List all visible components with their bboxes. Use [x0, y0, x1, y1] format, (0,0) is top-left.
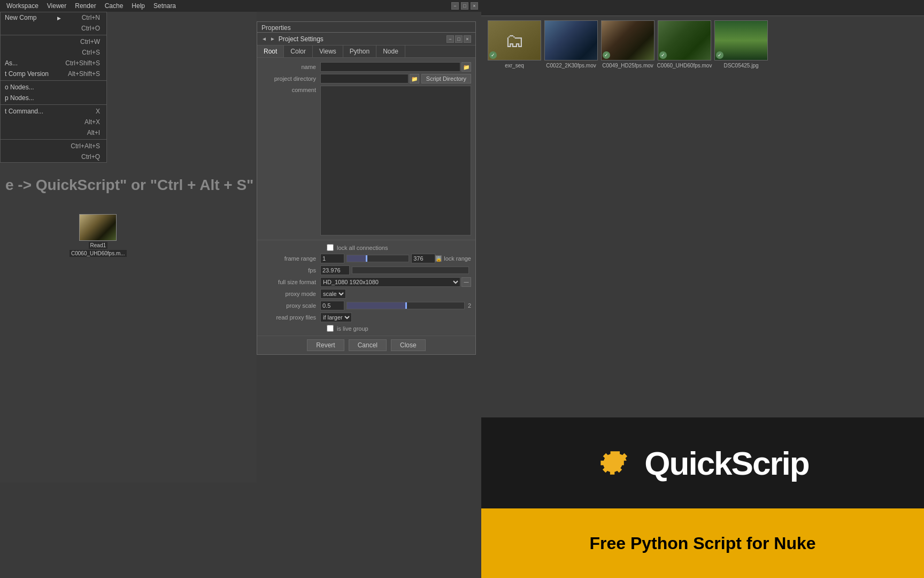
- frame-range-row: frame range 🔒 lock range: [257, 253, 475, 264]
- list-item[interactable]: ✓ DSC05425.jpg: [714, 20, 768, 69]
- menu-cache[interactable]: Cache: [101, 1, 128, 11]
- tab-root[interactable]: Root: [257, 45, 284, 57]
- name-input[interactable]: [320, 62, 460, 72]
- menu-item-new-comp[interactable]: New Comp Ctrl+N: [1, 12, 106, 23]
- menu-item-alt-i[interactable]: Alt+I: [1, 127, 106, 138]
- context-menu: New Comp Ctrl+N Ctrl+O Ctrl+W Ctrl+S As.…: [0, 12, 107, 163]
- list-item[interactable]: ✓ C0060_UHD60fps.mov: [658, 20, 711, 69]
- dialog-arrow-right[interactable]: ►: [270, 36, 275, 42]
- read-proxy-row: read proxy files if larger: [257, 311, 475, 323]
- list-item[interactable]: C0022_2K30fps.mov: [544, 20, 598, 69]
- proxy-mode-select[interactable]: scale: [320, 289, 346, 299]
- dialog-header: ◄ ► Project Settings − □ ×: [257, 33, 475, 45]
- dialog-close[interactable]: ×: [464, 35, 471, 43]
- frame-start-input[interactable]: [320, 254, 344, 263]
- proxy-mode-label: proxy mode: [261, 291, 320, 297]
- menu-shortcut: X: [96, 108, 100, 115]
- project-directory-icon[interactable]: 📁: [410, 74, 419, 83]
- menu-shortcut: Alt+X: [84, 118, 100, 126]
- properties-title: Properties: [261, 24, 291, 32]
- menu-item-quit[interactable]: Ctrl+Q: [1, 151, 106, 162]
- overlay-text: e -> QuickScript" or "Ctrl + Alt + S": [5, 177, 253, 194]
- file-name-label: C0022_2K30fps.mov: [546, 62, 596, 69]
- proxy-scale-input[interactable]: [320, 301, 344, 310]
- menu-item-command[interactable]: t Command... X: [1, 106, 106, 117]
- dialog-minimize[interactable]: −: [446, 35, 454, 43]
- folder-thumbnail: 🗂 ✓: [488, 20, 541, 60]
- menu-item-save[interactable]: Ctrl+S: [1, 47, 106, 58]
- quickscript-wordmark: QuickScrip: [644, 444, 808, 482]
- bottom-settings: lock all connections frame range 🔒 lock …: [257, 240, 475, 336]
- list-item[interactable]: ✓ C0049_HD25fps.mov: [601, 20, 654, 69]
- selection-indicator: ✓: [603, 51, 610, 59]
- project-directory-row: project directory 📁 Script Directory: [257, 73, 475, 85]
- dialog-footer: Revert Cancel Close: [257, 336, 475, 354]
- menu-item-comp-version[interactable]: t Comp Version Alt+Shift+S: [1, 69, 106, 79]
- menu-shortcut: Alt+I: [87, 129, 100, 136]
- menu-help[interactable]: Help: [127, 1, 149, 11]
- menu-shortcut: Ctrl+Shift+S: [65, 59, 100, 67]
- file-thumbnails: 🗂 ✓ exr_seq C0022_2K30fps.mov ✓ C0049_HD…: [481, 16, 924, 73]
- full-size-format-icon[interactable]: —: [461, 277, 471, 287]
- menu-item-close[interactable]: Ctrl+W: [1, 36, 106, 47]
- dialog-title: Project Settings: [279, 35, 324, 43]
- menu-item-arrow: [57, 14, 61, 21]
- lock-connections-row: lock all connections: [257, 242, 475, 253]
- name-label: name: [261, 64, 320, 70]
- menu-item-nodes1[interactable]: o Nodes...: [1, 82, 106, 93]
- quickscript-icon: [596, 444, 634, 482]
- read-proxy-select[interactable]: if larger: [320, 313, 352, 322]
- lock-range-icon[interactable]: 🔒: [435, 255, 442, 262]
- name-icon[interactable]: 📁: [461, 62, 471, 72]
- cancel-button[interactable]: Cancel: [349, 339, 387, 351]
- project-directory-input[interactable]: [320, 74, 409, 83]
- menu-shortcut: Ctrl+Q: [81, 153, 100, 161]
- quickscript-upper: QuickScrip: [481, 417, 924, 508]
- menu-shortcut: Ctrl+W: [80, 38, 100, 45]
- menu-item-alt-x[interactable]: Alt+X: [1, 117, 106, 127]
- tab-node[interactable]: Node: [376, 45, 405, 57]
- menu-workspace[interactable]: Workspace: [2, 1, 43, 11]
- tab-python[interactable]: Python: [343, 45, 376, 57]
- menu-item-label: o Nodes...: [5, 83, 34, 91]
- frame-end-input[interactable]: [411, 254, 435, 263]
- selection-indicator: ✓: [659, 51, 667, 59]
- script-directory-button[interactable]: Script Directory: [421, 74, 471, 83]
- list-item[interactable]: 🗂 ✓ exr_seq: [488, 20, 541, 69]
- menu-shortcut: Alt+Shift+S: [68, 70, 100, 78]
- tab-color[interactable]: Color: [284, 45, 313, 57]
- read-node[interactable]: Read1 C0060_UHD60fps.m...: [70, 214, 127, 257]
- comment-textarea[interactable]: [320, 86, 471, 235]
- menu-item-label: New Comp: [5, 14, 36, 21]
- file-name-label: DSC05425.jpg: [723, 62, 758, 69]
- tab-views[interactable]: Views: [313, 45, 343, 57]
- menu-item-ctrl-alt-s[interactable]: Ctrl+Alt+S: [1, 141, 106, 151]
- menu-viewer[interactable]: Viewer: [43, 1, 71, 11]
- lock-connections-checkbox[interactable]: [327, 244, 334, 251]
- read-node-label: Read1: [89, 242, 107, 249]
- minimize-button[interactable]: −: [451, 2, 459, 10]
- menu-shortcut: Ctrl+N: [82, 14, 100, 21]
- revert-button[interactable]: Revert: [307, 339, 344, 351]
- menu-item-nodes2[interactable]: p Nodes...: [1, 93, 106, 103]
- top-menu: Workspace Viewer Render Cache Help Setna…: [0, 0, 257, 12]
- menu-item-save-as[interactable]: As... Ctrl+Shift+S: [1, 58, 106, 69]
- menu-item-label: t Comp Version: [5, 70, 49, 78]
- close-dialog-button[interactable]: Close: [391, 339, 426, 351]
- photo-thumbnail: ✓: [714, 20, 768, 60]
- dialog-maximize[interactable]: □: [455, 35, 463, 43]
- dialog-arrow-left[interactable]: ◄: [261, 36, 267, 42]
- fps-input[interactable]: [320, 265, 350, 275]
- menu-item-open[interactable]: Ctrl+O: [1, 23, 106, 34]
- file-browser: 🗂 ✓ exr_seq C0022_2K30fps.mov ✓ C0049_HD…: [481, 0, 924, 578]
- lock-connections-label: lock all connections: [337, 245, 388, 251]
- close-button[interactable]: ×: [471, 2, 478, 10]
- menu-setnara[interactable]: Setnara: [149, 1, 180, 11]
- maximize-button[interactable]: □: [461, 2, 468, 10]
- full-size-format-row: full size format HD_1080 1920x1080 —: [257, 276, 475, 288]
- menu-item-label: p Nodes...: [5, 94, 34, 102]
- selection-indicator: ✓: [716, 51, 723, 59]
- menu-render[interactable]: Render: [71, 1, 100, 11]
- live-group-checkbox[interactable]: [327, 325, 334, 332]
- full-size-format-select[interactable]: HD_1080 1920x1080: [320, 277, 460, 287]
